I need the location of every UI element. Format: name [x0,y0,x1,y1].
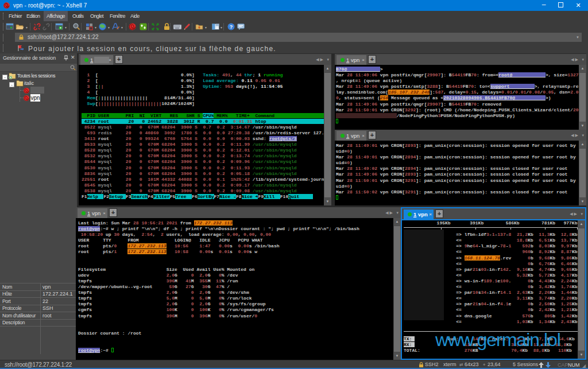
svg-text:?: ? [230,24,233,30]
